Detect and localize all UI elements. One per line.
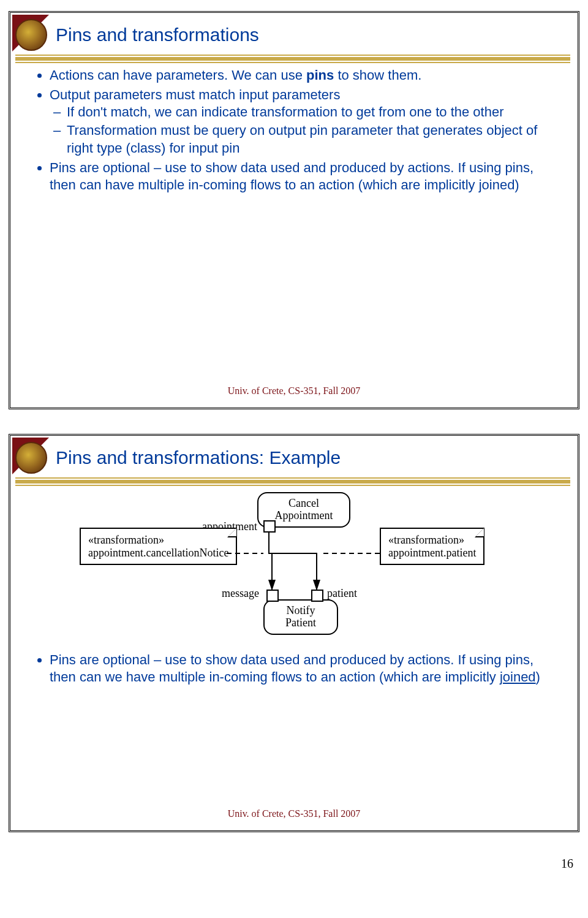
slide-title: Pins and transformations: Example <box>56 447 341 468</box>
text-underline: joined <box>500 669 536 685</box>
slide-2: Pins and transformations: Example Cancel… <box>9 434 579 832</box>
divider <box>15 477 570 487</box>
bullet: Actions can have parameters. We can use … <box>50 67 559 84</box>
title-row: Pins and transformations: Example <box>10 436 578 477</box>
text: ) <box>536 669 540 685</box>
slide-1: Pins and transformations Actions can hav… <box>9 11 579 409</box>
slide-footer: Univ. of Crete, CS-351, Fall 2007 <box>10 385 578 396</box>
slide-footer: Univ. of Crete, CS-351, Fall 2007 <box>10 808 578 819</box>
text: to show them. <box>334 67 421 83</box>
slide-content: Actions can have parameters. We can use … <box>10 64 578 194</box>
diagram-connectors <box>80 492 508 651</box>
university-seal-icon <box>15 19 47 51</box>
page-number: 16 <box>0 857 573 871</box>
sub-bullet: If don't match, we can indicate transfor… <box>67 104 559 121</box>
bullet: Pins are optional – use to show data use… <box>50 651 559 686</box>
text-bold: pins <box>306 67 334 83</box>
slide-title: Pins and transformations <box>56 25 259 45</box>
title-row: Pins and transformations <box>10 13 578 55</box>
bullet: Output parameters must match input param… <box>50 86 559 157</box>
university-seal-icon <box>15 442 47 474</box>
uml-diagram: Cancel Appointment appointment Notify Pa… <box>80 492 508 651</box>
bullet: Pins are optional – use to show data use… <box>50 159 559 194</box>
sub-bullet: Transformation must be query on output p… <box>67 122 559 156</box>
text: Pins are optional – use to show data use… <box>50 652 533 685</box>
divider <box>15 55 570 64</box>
slide-content: Pins are optional – use to show data use… <box>10 651 578 686</box>
text: Actions can have parameters. We can use <box>50 67 306 83</box>
text: Output parameters must match input param… <box>50 87 340 102</box>
